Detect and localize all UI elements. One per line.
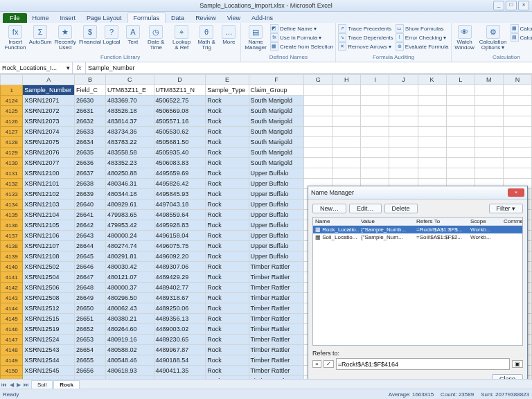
cell[interactable]: 4489429.29 bbox=[154, 272, 206, 283]
tab-home[interactable]: Home bbox=[27, 13, 55, 23]
row-header[interactable]: 4132 bbox=[1, 179, 23, 189]
cell[interactable]: 480346.31 bbox=[105, 179, 154, 189]
cell[interactable]: 26633 bbox=[75, 127, 106, 137]
logical-button[interactable]: ?Logical bbox=[102, 24, 121, 46]
cell[interactable]: Rock bbox=[206, 283, 249, 293]
cell[interactable]: 26638 bbox=[75, 179, 106, 189]
row-header[interactable]: 4148 bbox=[1, 345, 23, 355]
cell[interactable] bbox=[503, 148, 531, 158]
cell[interactable]: 480250.88 bbox=[105, 168, 154, 179]
cell[interactable] bbox=[304, 158, 332, 168]
cell[interactable]: 483814.37 bbox=[105, 116, 154, 127]
cell[interactable] bbox=[475, 168, 503, 179]
edit-button[interactable]: Edit… bbox=[349, 204, 382, 213]
cell[interactable]: Rock bbox=[206, 366, 249, 376]
cell[interactable] bbox=[332, 127, 361, 137]
row-header[interactable]: 1 bbox=[1, 85, 23, 96]
cell[interactable] bbox=[475, 137, 503, 148]
cell[interactable]: XSRN12544 bbox=[23, 355, 75, 366]
cell[interactable]: Rock bbox=[206, 314, 249, 324]
cell[interactable] bbox=[389, 158, 418, 168]
cell[interactable]: 480296.50 bbox=[105, 293, 154, 303]
cell[interactable] bbox=[361, 168, 389, 179]
cell[interactable]: 480548.46 bbox=[105, 355, 154, 366]
cell[interactable] bbox=[332, 137, 361, 148]
date-time-button[interactable]: ◷Date & Time bbox=[145, 24, 168, 51]
cell[interactable]: South Marigold bbox=[249, 127, 304, 137]
cell[interactable] bbox=[446, 158, 475, 168]
cell[interactable]: 26634 bbox=[75, 137, 106, 148]
sheet-nav-prev-icon[interactable]: ◀ bbox=[8, 382, 15, 388]
recently-used-button[interactable]: ★Recently Used bbox=[52, 24, 78, 51]
cell[interactable] bbox=[304, 96, 332, 106]
cell[interactable]: Rock bbox=[206, 355, 249, 366]
cell[interactable] bbox=[389, 96, 418, 106]
cell[interactable] bbox=[418, 127, 446, 137]
cell[interactable]: 4495659.69 bbox=[154, 168, 206, 179]
row-header[interactable]: 4145 bbox=[1, 314, 23, 324]
cell[interactable]: Sample_Number bbox=[23, 85, 75, 96]
cell[interactable]: Upper Buffalo bbox=[249, 231, 304, 241]
row-header[interactable]: 4144 bbox=[1, 303, 23, 314]
cell[interactable]: 4489003.02 bbox=[154, 324, 206, 335]
cell[interactable] bbox=[332, 116, 361, 127]
cell[interactable] bbox=[475, 148, 503, 158]
cell[interactable] bbox=[361, 96, 389, 106]
cell[interactable]: 4505681.50 bbox=[154, 137, 206, 148]
cell[interactable]: 483526.18 bbox=[105, 106, 154, 116]
cell[interactable] bbox=[389, 168, 418, 179]
cell[interactable]: Sample_Type bbox=[206, 85, 249, 96]
fx-icon[interactable]: fx bbox=[73, 62, 86, 73]
create-from-selection-button[interactable]: ▦Create from Selection bbox=[270, 42, 333, 51]
calculate-now-button[interactable]: ▦Calculate Now bbox=[511, 24, 532, 33]
cell[interactable] bbox=[389, 106, 418, 116]
cell[interactable]: 480000.37 bbox=[105, 283, 154, 293]
names-list[interactable]: Name Value Refers To Scope Comment ▦ Roc… bbox=[312, 217, 523, 346]
cell[interactable]: XSRN12105 bbox=[23, 220, 75, 231]
cell[interactable]: XSRN12075 bbox=[23, 137, 75, 148]
cell[interactable] bbox=[503, 127, 531, 137]
cell[interactable]: Rock bbox=[206, 168, 249, 179]
cell[interactable] bbox=[446, 106, 475, 116]
cell[interactable]: Rock bbox=[206, 106, 249, 116]
tab-data[interactable]: Data bbox=[166, 13, 190, 23]
select-all-cell[interactable] bbox=[1, 75, 23, 85]
cell[interactable]: Timber Rattler bbox=[249, 283, 304, 293]
cell[interactable] bbox=[503, 106, 531, 116]
cell[interactable] bbox=[446, 96, 475, 106]
cell[interactable] bbox=[475, 158, 503, 168]
tab-page-layout[interactable]: Page Layout bbox=[81, 13, 127, 23]
cell[interactable]: South Marigold bbox=[249, 96, 304, 106]
cell[interactable]: 480062.43 bbox=[105, 303, 154, 314]
cell[interactable]: 483352.23 bbox=[105, 158, 154, 168]
cell[interactable] bbox=[389, 148, 418, 158]
cell[interactable]: 483734.36 bbox=[105, 127, 154, 137]
cell[interactable]: South Marigold bbox=[249, 137, 304, 148]
row-header[interactable]: 4138 bbox=[1, 241, 23, 251]
cell[interactable] bbox=[446, 127, 475, 137]
row-header[interactable]: 4141 bbox=[1, 272, 23, 283]
cell[interactable]: Rock bbox=[206, 272, 249, 283]
cell[interactable] bbox=[332, 85, 361, 96]
cell[interactable]: Field_C bbox=[75, 85, 106, 96]
cell[interactable]: 26644 bbox=[75, 241, 106, 251]
cell[interactable]: 26641 bbox=[75, 210, 106, 220]
cell[interactable]: 4506083.83 bbox=[154, 158, 206, 168]
cell[interactable] bbox=[475, 127, 503, 137]
cell[interactable] bbox=[418, 148, 446, 158]
cell[interactable]: XSRN12102 bbox=[23, 189, 75, 200]
cell[interactable] bbox=[418, 85, 446, 96]
file-menu[interactable]: File bbox=[3, 13, 27, 23]
row-header[interactable]: 4136 bbox=[1, 220, 23, 231]
calculate-sheet-button[interactable]: ▤Calculate Sheet bbox=[511, 33, 532, 42]
insert-function-button[interactable]: fxInsert Function bbox=[2, 24, 28, 51]
cell[interactable]: Rock bbox=[206, 262, 249, 272]
cell[interactable]: 483369.70 bbox=[105, 96, 154, 106]
cell[interactable]: 480291.81 bbox=[105, 251, 154, 262]
cell[interactable] bbox=[389, 137, 418, 148]
cell[interactable]: XSRN12074 bbox=[23, 127, 75, 137]
cell[interactable]: Timber Rattler bbox=[249, 314, 304, 324]
cell[interactable]: Rock bbox=[206, 179, 249, 189]
cell[interactable]: XSRN12502 bbox=[23, 262, 75, 272]
row-header[interactable]: 4129 bbox=[1, 148, 23, 158]
